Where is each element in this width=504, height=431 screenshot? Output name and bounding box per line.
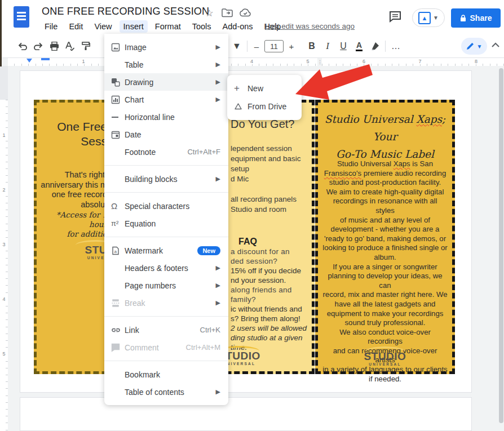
toolbar: ▼ – 11 + B I U A … ▼ — [0, 35, 504, 58]
submenu-arrow-icon: ▶ — [216, 96, 220, 103]
menu-tools[interactable]: Tools — [188, 20, 215, 33]
comment-icon — [111, 343, 125, 352]
ruler-number: 4 — [249, 59, 255, 64]
insert-menu-item-link[interactable]: LinkCtrl+K — [104, 321, 228, 339]
vertical-scrollbar[interactable] — [499, 68, 503, 423]
page-2[interactable] — [20, 397, 472, 431]
insert-menu-item-watermark[interactable]: aWatermarkNew — [104, 242, 228, 259]
horizontal-ruler[interactable]: ⋮ 12345678 — [8, 58, 504, 66]
insert-menu-item-date[interactable]: Date — [104, 126, 228, 143]
menu-item-label: Headers & footers — [125, 264, 188, 273]
menu-edit[interactable]: Edit — [65, 20, 87, 33]
menu-shortcut: Ctrl+K — [200, 326, 220, 334]
ruler-number: 5 — [304, 59, 311, 64]
menu-format[interactable]: Format — [151, 20, 185, 33]
font-size-increase-button[interactable]: + — [285, 39, 298, 53]
menu-item-label: Chart — [125, 95, 144, 104]
print-icon[interactable] — [46, 38, 62, 54]
middle-panel-faq: FAQ a discount for an ded session? 15% o… — [231, 237, 308, 352]
chart-icon — [111, 95, 125, 104]
faq-heading: FAQ — [231, 237, 308, 247]
menu-item-label: Watermark — [125, 246, 163, 255]
font-size-value[interactable]: 11 — [264, 40, 284, 52]
present-caret-icon[interactable]: ▼ — [433, 15, 439, 21]
redo-icon[interactable] — [30, 38, 46, 54]
indent-bar-marker[interactable] — [41, 58, 50, 60]
document-title[interactable]: ONE FREE RECORDING SESSION — [42, 6, 209, 17]
indent-triangle-marker[interactable] — [26, 59, 32, 63]
share-label: Share — [470, 14, 492, 23]
insert-menu-item-table[interactable]: Table▶ — [104, 56, 228, 73]
link-icon — [111, 326, 125, 335]
cloud-saved-icon[interactable] — [239, 7, 251, 19]
spellcheck-icon[interactable] — [62, 38, 78, 54]
font-size-decrease-button[interactable]: – — [250, 39, 263, 53]
undo-icon[interactable] — [15, 38, 30, 54]
date-icon — [111, 130, 125, 139]
omega-icon: Ω — [111, 201, 125, 211]
menu-addons[interactable]: Add-ons — [219, 20, 257, 33]
insert-menu-item-horizontal-line[interactable]: Horizontal line — [104, 108, 228, 126]
flyer-panel-right[interactable]: Studio Universal Xaps; Your Go-To Music … — [315, 100, 455, 374]
insert-menu-item-headers-footers[interactable]: Headers & footers▶ — [104, 259, 228, 277]
paint-format-icon[interactable] — [78, 38, 94, 54]
menu-separator — [104, 165, 228, 166]
italic-button[interactable]: I — [320, 38, 335, 54]
menu-insert[interactable]: Insert — [120, 20, 148, 33]
drawing-submenu-item-new[interactable]: +New — [227, 79, 302, 97]
hide-menus-icon[interactable] — [492, 39, 499, 50]
ruler-number: 3 — [0, 242, 8, 247]
star-icon[interactable]: ☆ — [203, 7, 215, 19]
insert-menu-item-equation[interactable]: π²Equation — [104, 215, 228, 232]
insert-menu-item-chart[interactable]: Chart▶ — [104, 91, 228, 108]
last-edit-link[interactable]: Last edit was seconds ago — [265, 22, 355, 30]
share-button[interactable]: Share — [451, 8, 501, 28]
left-panel-heading: One Free Sess — [40, 119, 107, 149]
insert-menu-item-special-characters[interactable]: ΩSpecial characters — [104, 197, 228, 215]
highlight-color-icon[interactable] — [367, 38, 383, 54]
menu-item-label: Comment — [125, 343, 159, 352]
menu-file[interactable]: File — [41, 20, 61, 33]
drawing-submenu-item-from-drive[interactable]: From Drive — [227, 97, 302, 115]
vertical-ruler[interactable]: 12345 — [0, 66, 8, 431]
menu-item-label: Special characters — [125, 202, 189, 211]
plus-icon: + — [234, 83, 247, 94]
faq-answer-1: 15% off if you decide nd your session. — [231, 266, 308, 285]
menu-separator — [104, 192, 228, 193]
move-folder-icon[interactable] — [221, 7, 233, 19]
ruler-number: 1 — [0, 132, 8, 138]
menu-item-label: New — [247, 84, 263, 93]
submenu-arrow-icon: ▶ — [216, 78, 220, 86]
insert-menu-item-page-numbers[interactable]: Page numbers▶ — [104, 277, 228, 294]
svg-text:a: a — [114, 248, 117, 254]
insert-menu-item-drawing[interactable]: Drawing▶ — [104, 73, 228, 91]
menu-bar: File Edit View Insert Format Tools Add-o… — [41, 20, 285, 33]
submenu-arrow-icon: ▶ — [216, 61, 220, 68]
menu-separator — [104, 361, 228, 361]
menu-item-label: Drawing — [125, 78, 153, 87]
insert-menu-item-building-blocks[interactable]: Building blocks▶ — [104, 170, 228, 188]
more-options-button[interactable]: … — [388, 38, 404, 54]
google-docs-logo-icon[interactable] — [14, 6, 29, 28]
image-icon — [111, 43, 125, 52]
font-family-caret-icon[interactable]: ▼ — [229, 38, 245, 54]
text-color-button[interactable]: A — [351, 38, 367, 54]
open-comments-icon[interactable] — [388, 10, 403, 26]
insert-menu-item-bookmark[interactable]: Bookmark — [104, 366, 228, 383]
present-button[interactable]: ▲ ▼ — [412, 8, 445, 27]
menu-view[interactable]: View — [90, 20, 116, 33]
ruler-number: 1 — [80, 59, 86, 64]
insert-menu-item-table-of-contents[interactable]: Table of contents▶ — [104, 383, 228, 401]
editing-mode-button[interactable]: ▼ — [461, 38, 487, 55]
faq-question-2: along friends and family? — [231, 285, 308, 304]
insert-menu-item-image[interactable]: Image▶ — [104, 38, 228, 56]
menu-item-label: Image — [125, 43, 147, 52]
column-divider-handle[interactable]: ⋮ — [317, 58, 322, 66]
break-icon — [111, 299, 125, 308]
hline-icon — [111, 113, 125, 122]
bold-button[interactable]: B — [304, 38, 320, 54]
submenu-arrow-icon: ▶ — [216, 299, 220, 306]
insert-menu-item-footnote[interactable]: FootnoteCtrl+Alt+F — [104, 143, 228, 161]
underline-button[interactable]: U — [335, 38, 351, 54]
ruler-number: 8 — [473, 59, 479, 64]
